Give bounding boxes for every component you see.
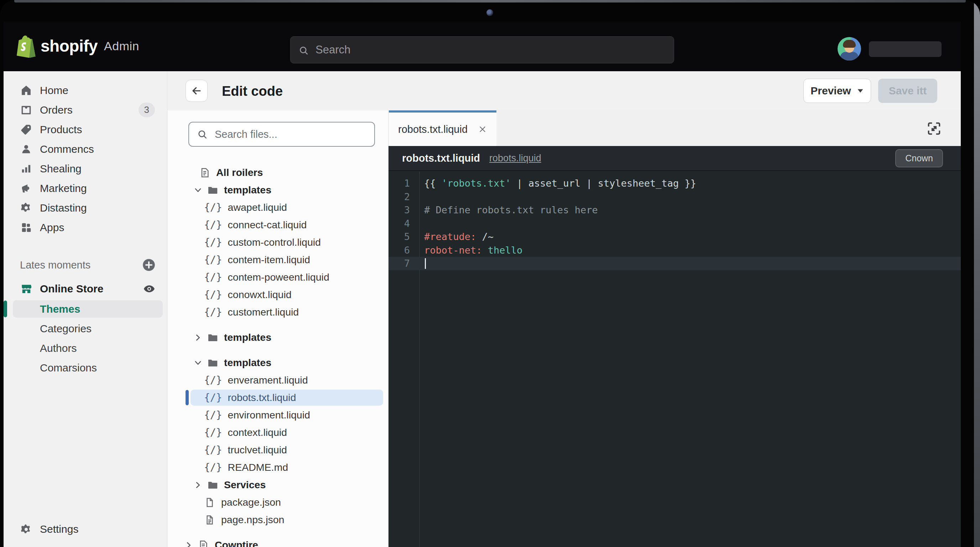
line-number: 7 bbox=[388, 258, 410, 269]
preview-button[interactable]: Preview bbox=[803, 79, 871, 103]
arrow-left-icon bbox=[191, 85, 202, 97]
discount-icon bbox=[20, 202, 32, 214]
sidebar-item-marketing[interactable]: Marketing bbox=[3, 178, 167, 198]
file-search-input[interactable] bbox=[189, 122, 374, 146]
tree-item-cowptire[interactable]: Cowptire bbox=[168, 536, 388, 547]
section-label: Lates moments bbox=[20, 259, 91, 271]
tree-folder-templates[interactable]: templates bbox=[168, 354, 388, 371]
file-name: custom-control.liquid bbox=[228, 237, 321, 248]
sidebar-item-authors[interactable]: Authors bbox=[3, 338, 167, 358]
store-subnav: ThemesCategoriesAuthorsComarsions bbox=[3, 299, 167, 377]
folder-icon bbox=[207, 479, 218, 491]
global-search-input[interactable] bbox=[291, 37, 674, 63]
tree-item-all-roilers[interactable]: All roilers bbox=[168, 164, 388, 181]
sidebar-item-label: Shealing bbox=[40, 163, 81, 175]
online-store-block: Online Store ThemesCategoriesAuthorsComa… bbox=[3, 278, 167, 377]
folder-icon bbox=[207, 357, 218, 369]
code-line-5[interactable]: 5#reatude: /~ bbox=[388, 230, 961, 243]
tree-item-customert-liquid[interactable]: {/}customert.liquid bbox=[168, 304, 388, 321]
apps-icon bbox=[20, 221, 32, 234]
line-number: 4 bbox=[388, 218, 410, 229]
tree-item-readme-md[interactable]: {/}README.md bbox=[168, 459, 388, 476]
file-name: Services bbox=[224, 479, 266, 491]
editor-file-title: robots.txt.liquid bbox=[402, 153, 480, 164]
code-brackets-icon: {/} bbox=[204, 255, 222, 265]
avatar-torso bbox=[840, 52, 858, 60]
save-button[interactable]: Save itt bbox=[878, 79, 937, 103]
sidebar-item-settings[interactable]: Settings bbox=[3, 519, 167, 539]
sidebar-nav: HomeOrders3ProductsCommencsShealingMarke… bbox=[3, 81, 167, 237]
sidebar-item-orders[interactable]: Orders3 bbox=[3, 100, 167, 120]
file-name: robots.txt.liquid bbox=[228, 392, 296, 404]
tree-folder-services[interactable]: Services bbox=[168, 476, 388, 494]
code-line-1[interactable]: 1{{ 'robots.txt' | asset_url | styleshee… bbox=[388, 177, 961, 190]
chevron-down-icon bbox=[193, 358, 203, 367]
sidebar-item-apps[interactable]: Apps bbox=[3, 218, 167, 237]
back-button[interactable] bbox=[186, 80, 208, 102]
user-avatar[interactable] bbox=[838, 37, 861, 60]
sidebar-item-label: Orders bbox=[40, 104, 73, 116]
tree-item-contem-item-liquid[interactable]: {/}contem-item.liquid bbox=[168, 251, 388, 269]
file-tree-list: All roilerstemplates{/}awapet.liquid{/}c… bbox=[168, 164, 388, 547]
folder-icon bbox=[207, 184, 218, 196]
sidebar-item-online-store[interactable]: Online Store bbox=[3, 278, 167, 299]
sidebar-item-comarsions[interactable]: Comarsions bbox=[3, 358, 167, 377]
sidebar-item-themes[interactable]: Themes bbox=[3, 299, 167, 319]
tree-folder-templates[interactable]: templates bbox=[168, 181, 388, 199]
file-name: contem-item.liquid bbox=[228, 254, 310, 266]
line-number: 5 bbox=[388, 231, 410, 242]
code-area[interactable]: 1{{ 'robots.txt' | asset_url | styleshee… bbox=[388, 172, 961, 547]
file-name: customert.liquid bbox=[228, 306, 299, 318]
sidebar-item-label: Comarsions bbox=[40, 362, 97, 374]
tree-item-awapet-liquid[interactable]: {/}awapet.liquid bbox=[168, 199, 388, 216]
sidebar-section-header: Lates moments bbox=[3, 255, 167, 275]
folder-icon bbox=[207, 332, 218, 343]
code-brackets-icon: {/} bbox=[204, 203, 222, 213]
account-name-pill[interactable] bbox=[869, 41, 942, 57]
sidebar-item-home[interactable]: Home bbox=[3, 81, 167, 100]
tree-item-enverament-liquid[interactable]: {/}enverament.liquid bbox=[168, 371, 388, 389]
code-line-2[interactable]: 2 bbox=[388, 190, 961, 204]
orders-icon bbox=[20, 103, 32, 116]
tree-item-conowxt-liquid[interactable]: {/}conowxt.liquid bbox=[168, 286, 388, 304]
analytics-icon bbox=[20, 162, 32, 175]
tree-item-package-json[interactable]: package.json bbox=[168, 494, 388, 511]
settings-gear-icon bbox=[20, 523, 32, 536]
editor-file-link[interactable]: robots.liquid bbox=[489, 153, 541, 164]
tree-item-truclvet-liquid[interactable]: {/}truclvet.liquid bbox=[168, 441, 388, 459]
tree-item-robots-txt-liquid[interactable]: {/}robots.txt.liquid bbox=[168, 389, 388, 406]
file-tree-panel: All roilerstemplates{/}awapet.liquid{/}c… bbox=[168, 110, 388, 547]
sidebar-item-products[interactable]: Products bbox=[3, 120, 167, 139]
sidebar-item-label: Settings bbox=[40, 523, 78, 535]
line-number: 2 bbox=[388, 191, 410, 202]
editor-column: robots.txt.liquid bbox=[388, 110, 961, 547]
code-line-4[interactable]: 4 bbox=[388, 217, 961, 231]
tree-item-custom-control-liquid[interactable]: {/}custom-control.liquid bbox=[168, 234, 388, 251]
tree-item-connect-cat-liquid[interactable]: {/}connect-cat.liquid bbox=[168, 216, 388, 234]
code-line-3[interactable]: 3# Define robots.txt rules here bbox=[388, 204, 961, 217]
tree-item-page-nps-json[interactable]: page.nps.json bbox=[168, 511, 388, 528]
crown-button[interactable]: Cnown bbox=[895, 149, 943, 167]
sidebar-item-commencs[interactable]: Commencs bbox=[3, 139, 167, 159]
code-line-7[interactable]: 7 bbox=[388, 257, 961, 270]
close-tab-icon[interactable] bbox=[478, 125, 487, 134]
file-name: README.md bbox=[228, 461, 288, 473]
customers-icon bbox=[20, 143, 32, 155]
sidebar-item-shealing[interactable]: Shealing bbox=[3, 159, 167, 178]
products-tag-icon bbox=[20, 123, 32, 136]
code-line-6[interactable]: 6robot-net: thello bbox=[388, 243, 961, 257]
tree-folder-templates[interactable]: templates bbox=[168, 329, 388, 346]
sidebar-item-categories[interactable]: Categories bbox=[3, 319, 167, 338]
fullscreen-expand-icon[interactable] bbox=[926, 120, 942, 137]
sidebar-item-distasting[interactable]: Distasting bbox=[3, 198, 167, 218]
tab-robots-txt-liquid[interactable]: robots.txt.liquid bbox=[389, 110, 496, 146]
eye-icon[interactable] bbox=[143, 282, 156, 295]
file-name: awapet.liquid bbox=[228, 202, 287, 213]
page-title: Edit code bbox=[222, 84, 283, 99]
tree-item-context-liquid[interactable]: {/}context.liquid bbox=[168, 424, 388, 441]
tree-item-environment-liquid[interactable]: {/}environment.liquid bbox=[168, 406, 388, 424]
chevron-right-icon bbox=[184, 541, 193, 547]
code-brackets-icon: {/} bbox=[204, 272, 222, 282]
tree-item-contem-poweent-liquid[interactable]: {/}contem-poweent.liquid bbox=[168, 269, 388, 286]
add-sales-channel-button[interactable] bbox=[142, 258, 156, 272]
